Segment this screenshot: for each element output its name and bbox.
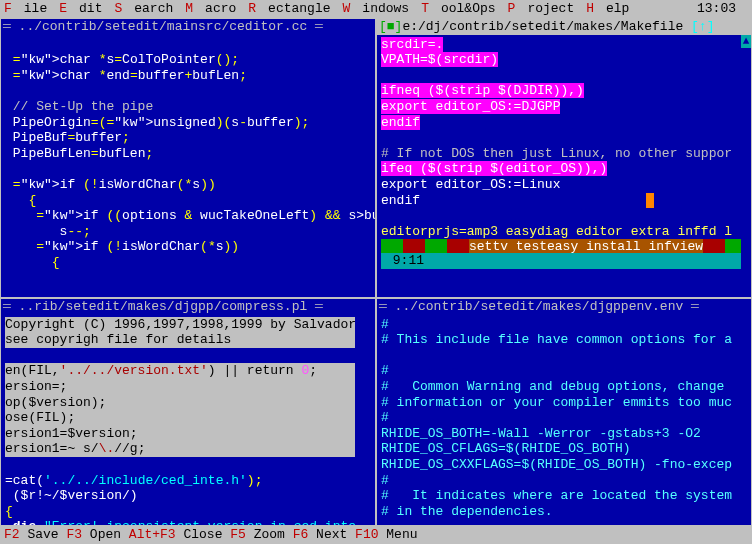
menu-item[interactable]: Macro [185, 1, 236, 17]
status-item[interactable]: Alt+F3 Close [129, 527, 230, 542]
pane-title: ═ ../contrib/setedit/mainsrc/ceditor.cc … [1, 19, 375, 35]
menu-bar[interactable]: FileEditSearchMacroRectangleWindowsTool&… [0, 0, 752, 18]
code-content[interactable]: srcdir=. VPATH=$(srcdir) ifneq ($(strip … [377, 35, 751, 271]
status-item[interactable]: F2 Save [4, 527, 66, 542]
clock: 13:03 [697, 1, 736, 17]
status-item[interactable]: F6 Next [293, 527, 355, 542]
status-item[interactable]: F3 Open [66, 527, 128, 542]
pane-djgppenv[interactable]: ═ ../contrib/setedit/makes/djgppenv.env … [376, 298, 752, 526]
menu-item[interactable]: Edit [59, 1, 102, 17]
pane-ceditor[interactable]: ═ ../contrib/setedit/mainsrc/ceditor.cc … [0, 18, 376, 298]
code-content[interactable]: Copyright (C) 1996,1997,1998,1999 by Sal… [1, 315, 375, 526]
editor-panes: ═ ../contrib/setedit/mainsrc/ceditor.cc … [0, 18, 752, 526]
menu-item[interactable]: Rectangle [248, 1, 330, 17]
scrollbar-vertical[interactable]: ▲ [741, 35, 751, 297]
menu-item[interactable]: Help [586, 1, 629, 17]
pane-title: [■]e:/dj/contrib/setedit/makes/Makefile … [377, 19, 751, 35]
menu-item[interactable]: Tool&Ops [421, 1, 495, 17]
menu-item[interactable]: Windows [343, 1, 410, 17]
code-content[interactable]: # # This include file have common option… [377, 315, 751, 522]
status-item[interactable]: F10 Menu [355, 527, 417, 542]
pane-compress-pl[interactable]: ═ ..rib/setedit/makes/djgpp/compress.pl … [0, 298, 376, 526]
pane-makefile[interactable]: [■]e:/dj/contrib/setedit/makes/Makefile … [376, 18, 752, 298]
status-item[interactable]: F5 Zoom [230, 527, 292, 542]
menu-item[interactable]: Project [508, 1, 575, 17]
code-content[interactable]: ="kw">char *s=ColToPointer(); ="kw">char… [1, 35, 375, 273]
menu-item[interactable]: Search [114, 1, 173, 17]
pane-title: ═ ../contrib/setedit/makes/djgppenv.env … [377, 299, 751, 315]
cursor-position: 9:11 [385, 253, 432, 269]
pane-title: ═ ..rib/setedit/makes/djgpp/compress.pl … [1, 299, 375, 315]
menu-item[interactable]: File [4, 1, 47, 17]
status-bar[interactable]: F2 Save F3 Open Alt+F3 Close F5 Zoom F6 … [0, 526, 752, 544]
